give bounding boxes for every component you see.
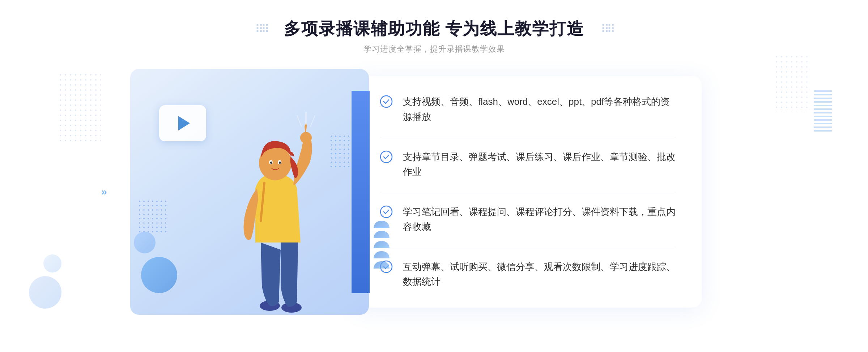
check-icon-1: [380, 95, 393, 108]
dots-decoration-left: [58, 72, 101, 145]
page-wrapper: ⠿⠿ 多项录播课辅助功能 专为线上教学打造 ⠿⠿ 学习进度全掌握，提升录播课教学…: [0, 0, 868, 352]
feature-text-2: 支持章节目录、弹题考试、课后练习、课后作业、章节测验、批改作业: [403, 150, 676, 180]
check-icon-3: [380, 205, 393, 218]
svg-point-12: [380, 151, 392, 163]
illus-dots-mid: [137, 199, 166, 235]
page-subtitle: 学习进度全掌握，提升录播课教学效果: [284, 44, 584, 55]
page-title: 多项录播课辅助功能 专为线上教学打造: [284, 19, 584, 39]
feature-item-4: 互动弹幕、试听购买、微信分享、观看次数限制、学习进度跟踪、数据统计: [380, 247, 676, 289]
svg-point-13: [380, 206, 392, 218]
check-icon-2: [380, 150, 393, 163]
svg-point-7: [279, 162, 281, 164]
feature-text-1: 支持视频、音频、flash、word、excel、ppt、pdf等各种格式的资源…: [403, 94, 676, 124]
svg-point-11: [380, 96, 392, 107]
circle-decoration-left: [29, 276, 61, 309]
feature-item-1: 支持视频、音频、flash、word、excel、ppt、pdf等各种格式的资源…: [380, 94, 676, 137]
feature-item-3: 学习笔记回看、课程提问、课程评论打分、课件资料下载，重点内容收藏: [380, 192, 676, 247]
illustration-card: »: [130, 69, 369, 315]
stripe-decoration: [814, 90, 832, 134]
play-bubble: [159, 105, 206, 141]
content-area: » 支持视频、音频、flash、word、excel、ppt、pdf等各种格式的…: [130, 69, 738, 315]
edge-arrows: »: [101, 186, 106, 198]
dots-decoration-right: [774, 54, 810, 112]
circle-decoration-left2: [43, 254, 61, 272]
svg-line-10: [310, 115, 315, 127]
play-icon: [178, 116, 190, 130]
half-circles-decoration: [373, 221, 391, 271]
header-section: ⠿⠿ 多项录播课辅助功能 专为线上教学打造 ⠿⠿ 学习进度全掌握，提升录播课教学…: [284, 0, 584, 55]
svg-point-2: [300, 132, 312, 143]
feature-item-2: 支持章节目录、弹题考试、课后练习、课后作业、章节测验、批改作业: [380, 137, 676, 192]
features-card: 支持视频、音频、flash、word、excel、ppt、pdf等各种格式的资源…: [354, 76, 702, 308]
person-illustration: [208, 105, 346, 315]
blue-bar-decoration: [352, 91, 370, 293]
svg-line-9: [297, 115, 302, 127]
title-arrow-right: ⠿⠿: [601, 22, 613, 36]
title-arrow-left: ⠿⠿: [255, 22, 267, 36]
circle-bottom-left: [141, 257, 177, 293]
svg-point-6: [270, 162, 272, 164]
feature-text-3: 学习笔记回看、课程提问、课程评论打分、课件资料下载，重点内容收藏: [403, 205, 676, 235]
circle-small-left: [134, 232, 156, 253]
feature-text-4: 互动弹幕、试听购买、微信分享、观看次数限制、学习进度跟踪、数据统计: [403, 259, 676, 289]
